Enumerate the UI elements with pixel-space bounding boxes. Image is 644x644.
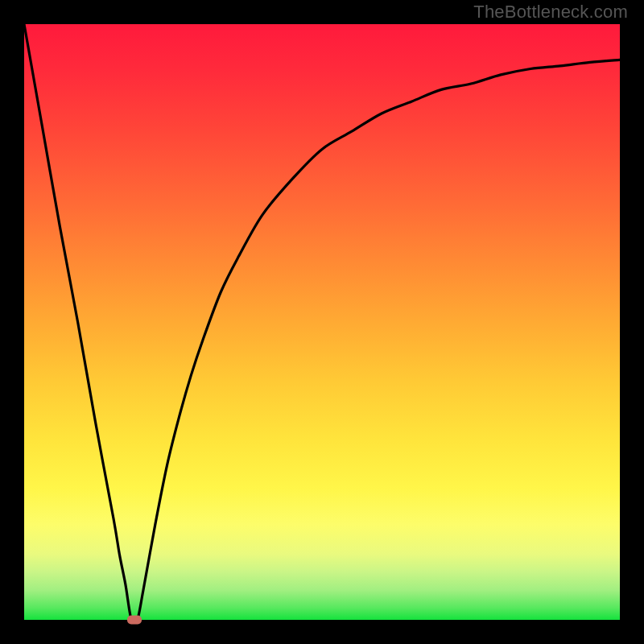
chart-frame: TheBottleneck.com	[0, 0, 644, 644]
optimum-marker	[127, 616, 142, 625]
watermark-text: TheBottleneck.com	[473, 2, 628, 23]
bottleneck-curve	[24, 24, 620, 620]
